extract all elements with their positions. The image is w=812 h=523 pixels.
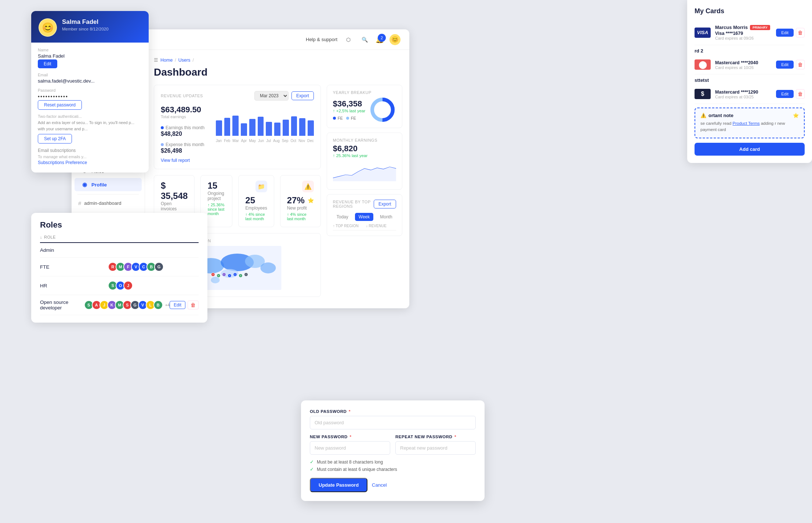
regions-export-button[interactable]: Export [374,200,396,208]
svg-point-6 [211,277,220,283]
label-may: May [249,139,256,143]
repeat-password-label: REPEAT NEW PASSWORD * [395,435,476,439]
password-modal: OLD PASSWORD * NEW PASSWORD * REPEAT NEW… [301,400,485,501]
monthly-title: MONTHLY EARNINGS [333,138,396,142]
monthly-change: ↑ 25.36% last year [333,153,396,158]
oss-edit-button[interactable]: Edit [170,301,185,309]
avatar-G: G [154,262,164,272]
region-col-label: ↑ TOP REGION [333,224,363,228]
card-delete-button-mc1290[interactable]: 🗑 [796,89,805,99]
svg-text:G: G [246,274,247,276]
bar-nov [299,118,305,136]
svg-text:B: B [240,275,241,277]
subscriptions-preference-link[interactable]: Subscriptions Preference [38,160,142,165]
bar-jun [258,117,264,136]
stat-invoices-value: $ 35,548 [161,181,188,201]
label-jan: Jan [216,139,222,143]
stat-employees-change: ↑ 4% since last month [245,212,267,221]
expense-value: $26,498 [161,148,209,154]
label-aug: Aug [273,139,280,143]
breadcrumb-home[interactable]: Home [160,58,173,63]
label-oct: Oct [291,139,297,143]
search-icon[interactable]: 🔍 [359,34,370,45]
roles-row-hr: HR S O J [40,276,199,295]
hash-icon: # [78,200,81,206]
setup-2fa-button[interactable]: Set up 2FA [38,134,72,144]
cancel-button[interactable]: Cancel [372,482,387,488]
view-report-link[interactable]: View full report [161,158,209,163]
visa-logo: VISA [695,28,711,38]
svg-point-4 [260,262,276,273]
card-expires-mc2040: Card expires at 10/26 [715,65,772,70]
breadcrumb-users[interactable]: Users [178,58,191,63]
bar-apr [241,123,247,136]
revenue-chart-col: Jan Feb Mar Apr May Jun Jul Aug Sep Oct [216,105,314,163]
profile-panel: 😊 Salma Fadel Member since 8/12/2020 Nam… [31,11,149,172]
role-name-admin: Admin [40,247,108,253]
card-edit-button-mc1290[interactable]: Edit [776,90,794,98]
oss-delete-button[interactable]: 🗑 [188,301,199,309]
roles-panel: Roles ↓ ROLE Admin FTE R M F V C B G HR … [31,213,207,323]
update-password-button[interactable]: Update Password [310,478,367,492]
bar-jul [266,122,272,136]
label-feb: Feb [224,139,230,143]
new-password-input[interactable] [310,441,390,455]
card-info-marcus: Marcus Morris PRIMARY Visa ****1679 Card… [715,25,772,40]
name-value: Salma Fadel [38,53,142,59]
email-value: salma.fadel@vuestic.dev... [38,78,142,84]
svg-text:F: F [224,274,225,276]
repeat-password-input[interactable] [395,441,476,455]
profile-icon: ◉ [81,181,88,188]
svg-text:M: M [218,275,219,277]
profile-2fa-field: Two-factor authenticati... Add an extra … [38,114,142,144]
card-delete-button-mc2040[interactable]: 🗑 [796,60,805,69]
check-unique: ✓ Must contain at least 6 unique charact… [310,466,476,472]
old-password-label: OLD PASSWORD * [310,409,476,414]
oss-avatar-10: B [153,300,163,310]
card-edit-button-marcus[interactable]: Edit [776,29,794,37]
role-col-header: ↓ ROLE [40,235,108,239]
page-title: Dashboard [154,66,400,78]
user-avatar[interactable]: 😊 [389,34,400,45]
role-name-hr: HR [40,283,108,288]
card-actions-mc2040: Edit 🗑 [776,60,805,69]
svg-text:C: C [235,274,236,276]
stat-profit-value: 27% [287,195,305,206]
tab-week[interactable]: Week [355,213,373,221]
old-password-input[interactable] [310,416,476,429]
product-terms-link[interactable]: Product Terms [733,121,760,126]
card-note-text: se carefully read Product Terms adding r… [700,120,799,133]
date-filter-select[interactable]: Mar 2023 [254,91,289,101]
notification-count: 2 [378,34,386,42]
profile-header: 😊 Salma Fadel Member since 8/12/2020 [31,11,149,43]
password-dots: •••••••••••• [38,94,142,99]
card-edit-button-mc2040[interactable]: Edit [776,61,794,69]
card-delete-button-marcus[interactable]: 🗑 [796,28,805,37]
help-link[interactable]: Help & support [306,37,337,42]
modal-checks: ✓ Must be at least 8 characters long ✓ M… [310,459,476,472]
notification-bell[interactable]: 🔔 2 [376,36,384,44]
sidebar-item-profile[interactable]: ◉ Profile [75,178,142,191]
profile-name-field: Name Salma Fadel Edit [38,48,142,68]
earnings-dot [161,126,164,129]
revenue-section: REVENUE UPDATES Mar 2023 Export $63,489.… [154,85,321,169]
edit-name-button[interactable]: Edit [38,59,57,68]
reset-password-button[interactable]: Reset password [38,100,82,110]
label-mar: Mar [232,139,239,143]
section-header: REVENUE UPDATES Mar 2023 Export [161,91,314,101]
bar-dec [308,120,314,136]
tab-today[interactable]: Today [333,213,352,221]
yearly-change: ↑ +2,5% last year [333,109,366,113]
check-icon-2: ✓ [310,466,314,472]
github-icon[interactable]: ⬡ [343,34,354,45]
export-button[interactable]: Export [291,91,314,100]
stat-projects-change: ↑ 25.36% since last month [207,203,225,216]
tab-month[interactable]: Month [376,213,396,221]
folder-icon: 📁 [255,181,267,192]
profit-icon: ⚠️ [302,181,314,192]
yearly-legend: FE FE [333,116,366,120]
add-card-button[interactable]: Add card [695,143,805,156]
profile-body: Name Salma Fadel Edit Email salma.fadel@… [31,43,149,172]
card-item-mc2040: ⬤ Mastercard ****2040 Card expires at 10… [695,55,805,75]
sidebar-channel-admin[interactable]: # admin-dashboard [72,197,145,209]
